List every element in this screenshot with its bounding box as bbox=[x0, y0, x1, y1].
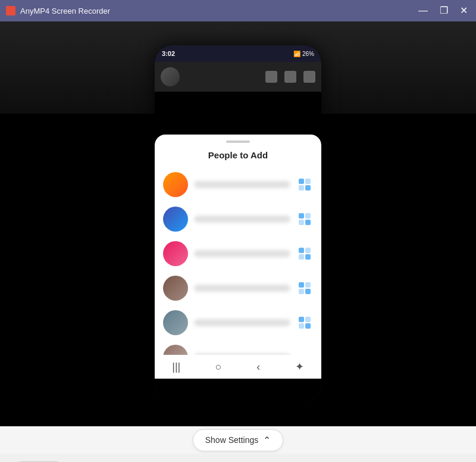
app-top-icons bbox=[265, 71, 315, 83]
add-icon bbox=[299, 213, 304, 218]
close-button[interactable]: ✕ bbox=[458, 5, 470, 17]
list-item bbox=[155, 236, 321, 271]
list-item bbox=[155, 202, 321, 236]
avatar bbox=[163, 207, 188, 232]
show-settings-button[interactable]: Show Settings ⌃ bbox=[193, 429, 284, 451]
window-controls: — ❐ ✕ bbox=[416, 5, 470, 17]
sheet-handle bbox=[226, 141, 250, 143]
bottom-controls: Pause Stop 00:00:05 128.05 KB/16.24 GB bbox=[0, 454, 476, 462]
add-icon bbox=[305, 317, 311, 322]
list-item bbox=[155, 305, 321, 340]
sim-icon: 📶 bbox=[293, 51, 300, 57]
add-icon bbox=[299, 220, 304, 225]
search-icon[interactable] bbox=[265, 71, 277, 83]
nav-back-icon[interactable]: ‹ bbox=[256, 361, 260, 373]
nav-menu-icon[interactable]: ||| bbox=[172, 361, 180, 373]
nav-apps-icon[interactable]: ✦ bbox=[295, 360, 304, 373]
add-icon bbox=[305, 220, 311, 225]
person-name bbox=[194, 250, 290, 257]
minimize-button[interactable]: — bbox=[416, 5, 430, 17]
add-icon bbox=[299, 282, 304, 288]
list-item bbox=[155, 167, 321, 202]
nav-home-icon[interactable]: ○ bbox=[215, 361, 222, 373]
add-button[interactable] bbox=[296, 280, 313, 296]
person-name bbox=[194, 285, 290, 292]
main-area: 3:02 📶 26% People to bbox=[0, 21, 476, 426]
add-button[interactable] bbox=[296, 176, 313, 193]
show-settings-bar: Show Settings ⌃ bbox=[0, 426, 476, 454]
add-button[interactable] bbox=[296, 245, 313, 262]
maximize-button[interactable]: ❐ bbox=[437, 5, 450, 17]
add-icon bbox=[305, 213, 311, 218]
sheet-title: People to Add bbox=[155, 148, 321, 167]
phone-icon[interactable] bbox=[303, 71, 315, 83]
add-icon bbox=[299, 179, 304, 184]
person-name bbox=[194, 181, 290, 188]
add-icon bbox=[305, 185, 311, 191]
title-bar: AnyMP4 Screen Recorder — ❐ ✕ bbox=[0, 0, 476, 21]
status-icons: 📶 26% bbox=[293, 51, 314, 57]
add-icon bbox=[299, 323, 304, 329]
app-top-bar bbox=[155, 62, 321, 92]
add-icon bbox=[299, 185, 304, 191]
nav-bar: ||| ○ ‹ ✦ bbox=[155, 355, 321, 379]
chevron-up-icon: ⌃ bbox=[263, 435, 271, 446]
bottom-sheet: People to Add bbox=[155, 135, 321, 379]
person-name bbox=[194, 216, 290, 223]
status-bar: 3:02 📶 26% bbox=[155, 45, 321, 62]
user-avatar bbox=[161, 67, 180, 86]
add-icon bbox=[305, 248, 311, 253]
avatar bbox=[163, 310, 188, 335]
add-icon bbox=[305, 179, 311, 184]
app-icon bbox=[6, 6, 15, 15]
avatar bbox=[163, 172, 188, 197]
add-icon bbox=[305, 323, 311, 329]
avatar bbox=[163, 276, 188, 301]
add-button[interactable] bbox=[296, 211, 313, 227]
person-name bbox=[194, 319, 290, 326]
list-item bbox=[155, 271, 321, 305]
phone-frame: 3:02 📶 26% People to bbox=[155, 45, 321, 402]
add-icon bbox=[305, 254, 311, 260]
add-icon bbox=[299, 254, 304, 260]
add-button[interactable] bbox=[296, 314, 313, 331]
show-settings-label: Show Settings bbox=[205, 435, 259, 445]
phone-screen: 3:02 📶 26% People to bbox=[155, 45, 321, 402]
people-list bbox=[155, 167, 321, 358]
add-icon bbox=[299, 317, 304, 322]
add-person-icon[interactable] bbox=[284, 71, 296, 83]
add-icon bbox=[305, 282, 311, 288]
avatar bbox=[163, 241, 188, 266]
add-icon bbox=[299, 289, 304, 294]
add-icon bbox=[299, 248, 304, 253]
status-time: 3:02 bbox=[162, 50, 175, 57]
add-icon bbox=[305, 289, 311, 294]
battery-text: 26% bbox=[302, 51, 314, 57]
title-bar-left: AnyMP4 Screen Recorder bbox=[6, 6, 110, 15]
app-title: AnyMP4 Screen Recorder bbox=[20, 7, 110, 15]
